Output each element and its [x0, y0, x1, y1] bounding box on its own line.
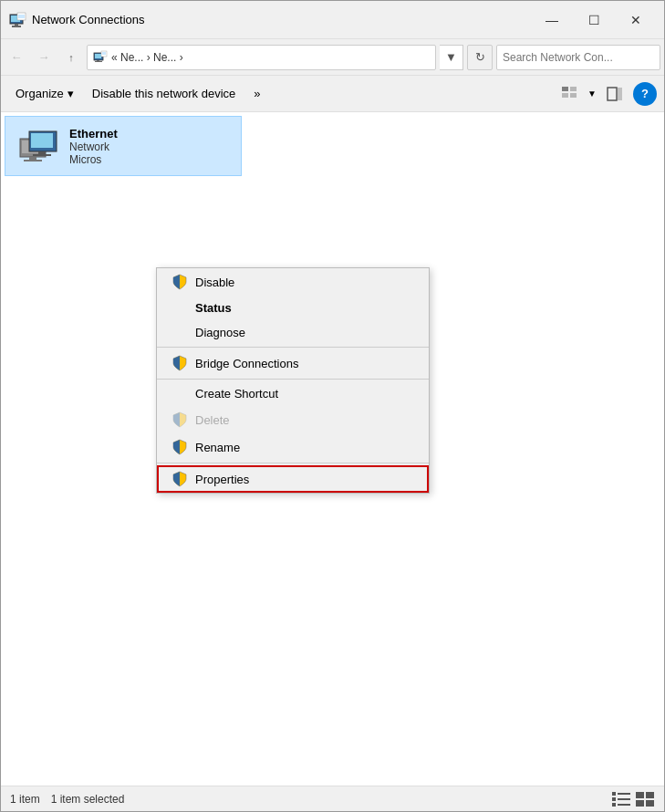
svg-rect-13 [570, 87, 577, 91]
svg-rect-32 [636, 792, 644, 798]
svg-rect-20 [29, 157, 36, 160]
shield-icon-disable [171, 274, 188, 290]
address-box: « Ne... › Ne... › [87, 45, 436, 70]
window-title: Network Connections [32, 13, 531, 26]
ctx-properties-label: Properties [195, 473, 249, 486]
statusbar-view-icons [611, 791, 655, 807]
ethernet-item[interactable]: Ethernet Network Micros [5, 116, 242, 176]
close-button[interactable]: ✕ [615, 6, 657, 34]
svg-rect-33 [646, 792, 654, 798]
svg-rect-26 [612, 792, 616, 796]
svg-rect-15 [570, 93, 577, 98]
ctx-status-label: Status [195, 301, 232, 315]
svg-rect-29 [618, 798, 630, 800]
svg-rect-2 [15, 24, 18, 26]
ethernet-status: Network [69, 141, 118, 153]
statusbar: 1 item 1 item selected [1, 786, 664, 811]
item-count: 1 item [10, 793, 40, 806]
content-area: Ethernet Network Micros Disable Status [1, 112, 664, 786]
svg-rect-14 [562, 93, 568, 98]
svg-rect-34 [636, 800, 644, 807]
ctx-rename-label: Rename [195, 441, 240, 454]
ctx-delete[interactable]: Delete [157, 406, 429, 433]
view-icon [560, 85, 578, 103]
window-icon [8, 11, 26, 29]
ctx-diagnose-label: Diagnose [195, 326, 245, 339]
search-input[interactable] [496, 45, 660, 70]
shield-icon-delete [171, 411, 188, 428]
svg-rect-30 [612, 803, 616, 807]
svg-rect-28 [612, 797, 616, 801]
address-dropdown[interactable]: ▼ [440, 45, 463, 70]
svg-rect-24 [38, 151, 46, 154]
svg-rect-21 [24, 160, 42, 161]
address-icon [93, 50, 108, 65]
ctx-shortcut-label: Create Shortcut [195, 387, 278, 401]
ctx-separator-1 [157, 347, 429, 348]
item-selected: 1 item selected [51, 793, 125, 806]
svg-rect-5 [18, 15, 25, 18]
svg-rect-23 [31, 133, 53, 148]
svg-rect-8 [97, 60, 99, 61]
ethernet-name: Ethernet [69, 127, 118, 141]
svg-rect-27 [618, 793, 630, 795]
svg-rect-16 [608, 88, 617, 100]
forward-button[interactable]: → [32, 46, 56, 69]
titlebar: Network Connections — ☐ ✕ [1, 1, 664, 39]
ctx-bridge[interactable]: Bridge Connections [157, 349, 429, 377]
svg-rect-11 [102, 52, 106, 55]
more-label: » [254, 87, 260, 100]
ctx-separator-2 [157, 379, 429, 380]
window: Network Connections — ☐ ✕ ← → ↑ « Ne... … [0, 0, 665, 812]
change-view-button[interactable] [555, 81, 584, 107]
svg-rect-12 [562, 87, 568, 91]
context-menu: Disable Status Diagnose Bridge Connectio… [156, 267, 430, 494]
window-controls: — ☐ ✕ [531, 6, 657, 34]
maximize-button[interactable]: ☐ [573, 6, 615, 34]
ethernet-icon [16, 124, 60, 168]
ctx-bridge-label: Bridge Connections [195, 357, 298, 370]
svg-rect-9 [95, 61, 102, 62]
addressbar: ← → ↑ « Ne... › Ne... › ▼ ↻ [1, 39, 664, 76]
shield-icon-properties [171, 471, 188, 487]
back-button[interactable]: ← [5, 46, 28, 69]
view-dropdown-icon[interactable]: ▼ [587, 88, 597, 99]
shield-icon-rename [171, 439, 188, 455]
svg-rect-35 [646, 800, 654, 807]
more-button[interactable]: » [246, 83, 267, 104]
refresh-button[interactable]: ↻ [467, 45, 493, 70]
organize-arrow-icon: ▾ [68, 87, 74, 100]
svg-rect-31 [618, 804, 630, 806]
organize-button[interactable]: Organize ▾ [8, 83, 81, 104]
up-button[interactable]: ↑ [59, 46, 83, 69]
details-view-icon[interactable] [611, 791, 631, 807]
svg-rect-17 [618, 88, 622, 100]
svg-rect-3 [12, 26, 21, 27]
organize-label: Organize [16, 87, 64, 100]
ctx-disable[interactable]: Disable [157, 268, 429, 296]
shield-icon-bridge [171, 355, 188, 371]
ctx-status[interactable]: Status [157, 296, 429, 320]
ctx-disable-label: Disable [195, 276, 234, 289]
svg-rect-25 [33, 154, 51, 156]
minimize-button[interactable]: — [531, 6, 573, 34]
toolbar: Organize ▾ Disable this network device »… [1, 76, 664, 112]
address-path: « Ne... › Ne... › [111, 51, 183, 64]
help-button[interactable]: ? [633, 82, 657, 106]
disable-device-button[interactable]: Disable this network device [85, 83, 244, 104]
ctx-shortcut[interactable]: Create Shortcut [157, 381, 429, 406]
ctx-separator-3 [157, 463, 429, 463]
preview-pane-button[interactable] [600, 81, 629, 107]
ethernet-type: Micros [69, 153, 118, 166]
svg-rect-7 [95, 54, 101, 58]
ctx-properties[interactable]: Properties [157, 465, 429, 493]
ctx-delete-label: Delete [195, 413, 230, 427]
preview-icon [606, 85, 624, 103]
ctx-rename[interactable]: Rename [157, 433, 429, 461]
ethernet-info: Ethernet Network Micros [69, 127, 118, 166]
tiles-view-icon[interactable] [635, 791, 655, 807]
disable-device-label: Disable this network device [92, 87, 236, 100]
ctx-diagnose[interactable]: Diagnose [157, 320, 429, 345]
